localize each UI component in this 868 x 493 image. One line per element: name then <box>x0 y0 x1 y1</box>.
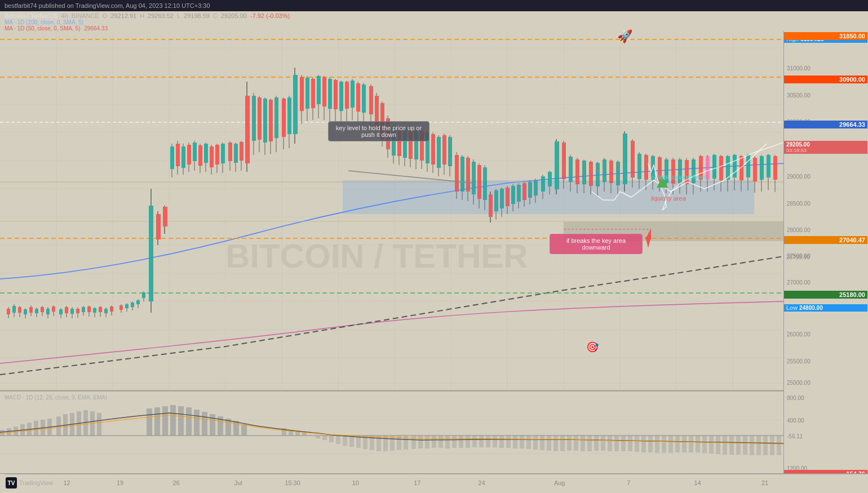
macd-indicator-label: MACD · 1D (12, 26, close, 9, EMA, EMA) <box>5 394 107 401</box>
close-price-badge: 29205.00 03:19:53 <box>784 141 867 154</box>
svg-rect-58 <box>65 307 68 313</box>
svg-text:BITCOIN / TETHER: BITCOIN / TETHER <box>225 237 528 275</box>
svg-rect-192 <box>460 157 464 192</box>
svg-rect-363 <box>533 436 538 450</box>
svg-rect-242 <box>616 162 620 185</box>
svg-rect-361 <box>520 436 524 448</box>
svg-rect-420 <box>5 474 868 493</box>
svg-rect-198 <box>477 165 481 199</box>
svg-rect-136 <box>300 77 304 111</box>
svg-rect-240 <box>609 161 613 183</box>
svg-rect-190 <box>455 155 459 192</box>
svg-rect-396 <box>756 436 761 455</box>
svg-rect-142 <box>317 76 321 104</box>
svg-rect-94 <box>176 144 180 166</box>
svg-rect-184 <box>437 137 441 168</box>
svg-text:30500.00: 30500.00 <box>787 92 811 99</box>
svg-rect-220 <box>541 176 545 192</box>
info-bar: Bitcoin / TetherUS 4h BINANCE O29212.91 … <box>0 11 868 33</box>
chart-separator <box>0 390 783 392</box>
svg-rect-48 <box>35 309 38 313</box>
liquidity-price-badge: 27040.47 <box>784 236 867 244</box>
svg-rect-357 <box>493 436 497 447</box>
svg-rect-389 <box>709 436 714 454</box>
svg-rect-200 <box>483 167 487 200</box>
svg-rect-68 <box>93 308 96 313</box>
chart-svg: BITCOIN / TETHER <box>0 31 783 392</box>
svg-rect-106 <box>210 146 214 167</box>
exchange: BINANCE <box>72 12 99 19</box>
svg-rect-114 <box>234 144 238 163</box>
svg-rect-122 <box>258 97 262 140</box>
svg-text:29000.00: 29000.00 <box>787 174 811 180</box>
svg-text:28500.00: 28500.00 <box>787 201 811 207</box>
svg-rect-318 <box>178 406 184 436</box>
open-value: 29212.91 <box>110 12 136 19</box>
svg-rect-50 <box>41 307 44 312</box>
ma50-price-badge: 29664.33 <box>784 121 867 128</box>
price-26793: 26793.90 <box>784 254 867 261</box>
svg-rect-378 <box>635 436 639 452</box>
svg-rect-126 <box>269 100 273 141</box>
svg-rect-320 <box>194 410 200 436</box>
svg-rect-76 <box>119 305 123 310</box>
svg-rect-374 <box>608 436 612 451</box>
svg-rect-355 <box>479 436 484 447</box>
svg-rect-282 <box>753 158 757 181</box>
svg-rect-72 <box>104 309 108 313</box>
svg-rect-369 <box>574 436 578 451</box>
svg-rect-366 <box>553 436 558 451</box>
svg-rect-286 <box>767 155 770 177</box>
svg-rect-335 <box>343 436 347 446</box>
high-label: H <box>140 12 144 19</box>
svg-rect-150 <box>339 82 343 111</box>
svg-text:12: 12 <box>63 479 70 486</box>
svg-rect-317 <box>170 405 176 436</box>
svg-rect-228 <box>569 157 573 182</box>
svg-rect-383 <box>668 436 673 453</box>
svg-rect-46 <box>29 307 33 313</box>
svg-rect-356 <box>486 436 490 447</box>
svg-text:24: 24 <box>479 479 485 486</box>
svg-rect-268 <box>706 156 710 180</box>
svg-rect-399 <box>777 436 781 455</box>
svg-rect-196 <box>472 162 476 194</box>
svg-rect-352 <box>459 436 463 448</box>
publisher-text: bestfarbit74 published on TradingView.co… <box>5 2 210 9</box>
svg-rect-341 <box>383 436 388 451</box>
svg-rect-62 <box>76 309 79 313</box>
svg-rect-130 <box>282 99 286 137</box>
svg-rect-375 <box>614 436 619 451</box>
svg-text:21: 21 <box>761 479 768 486</box>
svg-rect-388 <box>702 436 707 453</box>
time-axis: 6 12 19 26 Jul 15:30 10 17 24 Aug 7 14 2… <box>0 473 868 493</box>
critical-support-label: critical support level <box>651 174 706 180</box>
svg-rect-42 <box>18 307 21 313</box>
timeframe: 4h <box>61 12 68 19</box>
svg-rect-96 <box>181 146 185 168</box>
svg-rect-128 <box>274 97 278 138</box>
svg-rect-270 <box>712 155 716 179</box>
svg-rect-80 <box>131 303 134 307</box>
svg-rect-248 <box>637 154 641 179</box>
svg-rect-394 <box>743 436 747 455</box>
svg-rect-376 <box>621 436 626 451</box>
svg-rect-210 <box>511 186 515 204</box>
svg-rect-395 <box>750 436 754 455</box>
svg-rect-86 <box>149 206 153 301</box>
svg-rect-78 <box>125 304 129 308</box>
svg-rect-368 <box>567 436 572 451</box>
svg-rect-74 <box>110 307 113 312</box>
svg-rect-348 <box>432 436 436 448</box>
svg-rect-384 <box>675 436 680 452</box>
svg-rect-365 <box>547 436 551 451</box>
svg-rect-345 <box>411 436 416 449</box>
svg-rect-359 <box>506 436 511 448</box>
svg-rect-60 <box>70 309 74 314</box>
svg-rect-382 <box>662 436 666 453</box>
svg-rect-38 <box>7 309 10 314</box>
svg-rect-56 <box>59 309 63 314</box>
svg-rect-315 <box>154 407 160 436</box>
svg-rect-234 <box>589 162 593 186</box>
svg-rect-118 <box>245 96 250 163</box>
